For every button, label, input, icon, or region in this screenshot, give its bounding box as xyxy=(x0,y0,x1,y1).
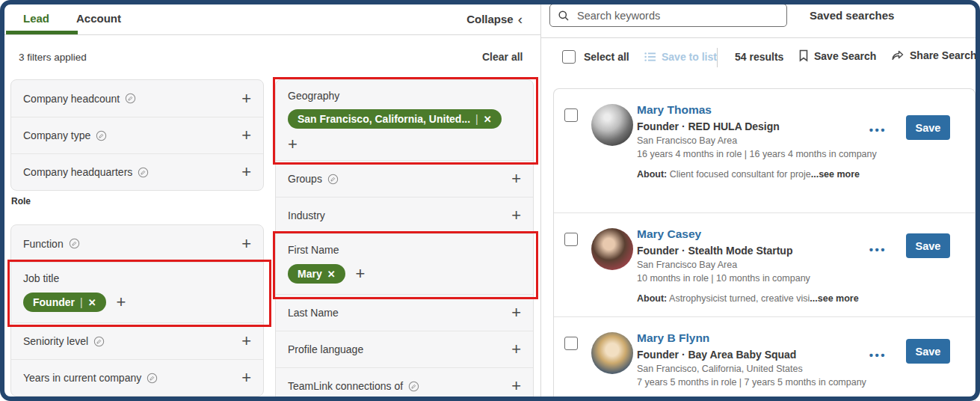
plus-icon[interactable]: + xyxy=(241,91,251,107)
plus-icon[interactable]: + xyxy=(511,207,521,224)
select-all-label[interactable]: Select all xyxy=(584,51,629,63)
filter-row-first-name: First Name Mary✕ + xyxy=(276,233,533,294)
save-lead-button[interactable]: Save xyxy=(906,339,950,364)
filter-row-company-headquarters[interactable]: Company headquarters + xyxy=(11,153,263,190)
filter-row-years-in-current-company[interactable]: Years in current company + xyxy=(11,359,263,396)
edit-pencil-icon xyxy=(147,373,158,384)
chip-divider: | xyxy=(80,296,83,308)
save-lead-button[interactable]: Save xyxy=(906,233,950,258)
edit-pencil-icon xyxy=(138,167,149,178)
result-checkbox[interactable] xyxy=(564,337,578,350)
filter-row-industry[interactable]: Industry + xyxy=(276,197,533,233)
filter-row-geography: Geography San Francisco, California, Uni… xyxy=(276,80,533,160)
select-all-checkbox[interactable] xyxy=(562,50,576,64)
more-options-button[interactable]: ••• xyxy=(869,349,887,361)
geography-chip[interactable]: San Francisco, California, United...|✕ xyxy=(288,109,502,129)
filter-row-teamlink-connections[interactable]: TeamLink connections of + xyxy=(276,367,533,401)
first-name-chip[interactable]: Mary✕ xyxy=(288,264,345,284)
saved-searches-button[interactable]: Saved searches xyxy=(810,9,894,22)
add-job-title-icon[interactable]: + xyxy=(117,294,126,310)
tab-account[interactable]: Account xyxy=(76,12,121,25)
save-lead-button[interactable]: Save xyxy=(906,115,950,140)
filter-row-last-name[interactable]: Last Name + xyxy=(276,294,533,331)
see-more-link[interactable]: ...see more xyxy=(810,293,858,304)
add-geography-icon[interactable]: + xyxy=(288,136,298,153)
filter-row-job-title: Job title Founder|✕ + xyxy=(11,262,263,322)
result-about: About: Client focused consultant for pro… xyxy=(637,169,878,180)
toolbar-divider xyxy=(717,48,718,67)
result-location: San Francisco Bay Area xyxy=(637,135,878,146)
plus-icon[interactable]: + xyxy=(511,341,521,358)
plus-icon[interactable]: + xyxy=(241,127,251,144)
search-input[interactable] xyxy=(576,9,779,22)
filter-label: First Name xyxy=(288,244,339,256)
filter-row-groups[interactable]: Groups + xyxy=(276,160,533,197)
active-tab-underline xyxy=(6,31,78,34)
about-label: About: xyxy=(637,293,667,304)
filter-row-company-type[interactable]: Company type + xyxy=(11,117,263,153)
edit-pencil-icon xyxy=(327,174,339,185)
result-checkbox[interactable] xyxy=(564,233,578,246)
filter-label: Groups xyxy=(288,173,322,185)
filter-label: Geography xyxy=(288,90,339,102)
avatar[interactable] xyxy=(591,332,633,374)
filter-label: Seniority level xyxy=(23,335,88,347)
result-tenure: 10 months in role | 10 months in company xyxy=(637,272,878,285)
job-title-chip[interactable]: Founder|✕ xyxy=(23,293,106,312)
chip-divider: | xyxy=(475,113,478,125)
plus-icon[interactable]: + xyxy=(511,304,521,321)
result-tenure: 7 years 5 months in role | 7 years 5 mon… xyxy=(637,376,878,389)
filter-row-profile-language[interactable]: Profile language + xyxy=(276,331,533,367)
filters-applied-count: 3 filters applied xyxy=(19,52,87,63)
plus-icon[interactable]: + xyxy=(241,333,251,349)
filter-label: Last Name xyxy=(288,307,339,319)
result-name-link[interactable]: Mary B Flynn xyxy=(637,331,878,345)
plus-icon[interactable]: + xyxy=(241,370,251,386)
result-checkbox[interactable] xyxy=(564,108,578,122)
filter-label: TeamLink connections of xyxy=(288,380,403,392)
result-headline: Founder · Bay Area Baby Squad xyxy=(637,349,878,361)
keyword-search-box[interactable] xyxy=(549,4,787,27)
filter-label: Years in current company xyxy=(23,372,141,384)
plus-icon[interactable]: + xyxy=(241,236,251,252)
chip-label: Mary xyxy=(298,268,322,280)
filter-row-seniority-level[interactable]: Seniority level + xyxy=(11,322,263,359)
more-options-button[interactable]: ••• xyxy=(869,123,887,136)
tab-lead[interactable]: Lead xyxy=(23,12,49,25)
middle-filter-group: Geography San Francisco, California, Uni… xyxy=(275,79,534,401)
collapse-button[interactable]: Collapse‹ xyxy=(466,11,523,28)
result-name-link[interactable]: Mary Thomas xyxy=(637,103,878,117)
plus-icon[interactable]: + xyxy=(511,378,521,394)
result-name-link[interactable]: Mary Casey xyxy=(637,227,878,241)
plus-icon[interactable]: + xyxy=(511,171,521,187)
about-text: Client focused consultant for proje xyxy=(667,169,810,180)
filter-label: Job title xyxy=(23,272,59,284)
see-more-link[interactable]: ...see more xyxy=(811,169,860,180)
plus-icon[interactable]: + xyxy=(241,164,251,180)
panel-divider xyxy=(540,4,541,397)
result-location: San Francisco Bay Area xyxy=(637,260,878,270)
chip-label: San Francisco, California, United... xyxy=(298,113,470,125)
share-search-button[interactable]: Share Search xyxy=(891,49,977,61)
add-first-name-icon[interactable]: + xyxy=(356,266,366,282)
result-location: San Francisco, California, United States xyxy=(637,364,878,374)
result-card: Mary Thomas Founder · RED HULA Design Sa… xyxy=(554,89,975,212)
avatar[interactable] xyxy=(591,104,633,146)
role-filter-group: Function + Job title Founder|✕ + Seniori… xyxy=(10,224,264,397)
filter-row-company-headcount[interactable]: Company headcount + xyxy=(11,80,263,117)
chevron-left-icon: ‹ xyxy=(518,11,523,27)
filter-label: Profile language xyxy=(288,343,363,355)
save-to-list-button[interactable]: Save to list xyxy=(644,51,717,63)
filter-row-function[interactable]: Function + xyxy=(11,225,263,262)
result-card: Mary Casey Founder · Stealth Mode Startu… xyxy=(554,212,975,316)
save-search-button[interactable]: Save Search xyxy=(798,49,876,62)
about-label: About: xyxy=(637,169,667,180)
more-options-button[interactable]: ••• xyxy=(869,243,887,256)
sales-navigator-search-page: Lead Account Collapse‹ 3 filters applied… xyxy=(0,0,980,401)
remove-chip-icon[interactable]: ✕ xyxy=(327,269,336,280)
avatar[interactable] xyxy=(591,228,633,270)
edit-pencil-icon xyxy=(408,381,419,392)
remove-chip-icon[interactable]: ✕ xyxy=(484,114,492,125)
clear-all-button[interactable]: Clear all xyxy=(482,51,523,63)
remove-chip-icon[interactable]: ✕ xyxy=(88,297,96,308)
